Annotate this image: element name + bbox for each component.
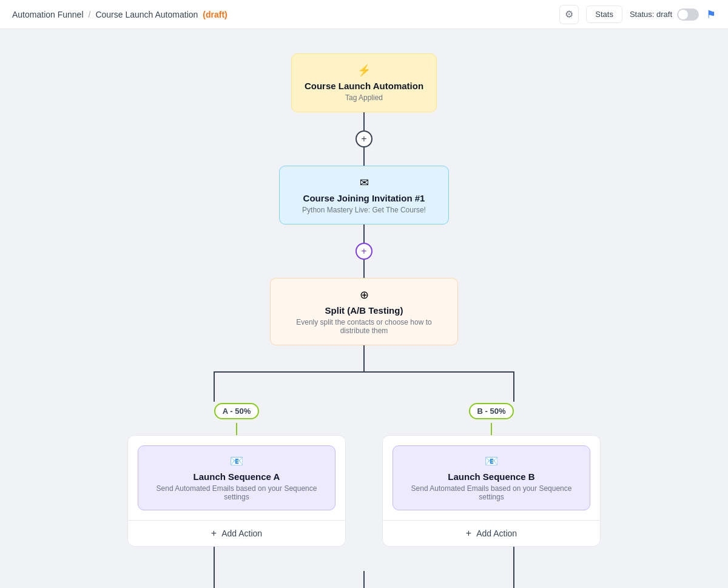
email-icon: ✉ — [292, 176, 436, 189]
add-action-a-label: Add Action — [221, 529, 262, 538]
sequence-a-icon: 📧 — [148, 455, 325, 468]
branch-a-card: 📧 Launch Sequence A Send Automated Email… — [127, 435, 346, 547]
split-left-down — [214, 371, 215, 402]
app-header: Automation Funnel / Course Launch Automa… — [0, 0, 728, 29]
branch-b-connector — [491, 423, 492, 435]
add-button-2[interactable]: + — [356, 243, 372, 260]
branch-a: A - 50% 📧 Launch Sequence A Send Automat… — [127, 403, 346, 547]
trigger-node[interactable]: ⚡ Course Launch Automation Tag Applied — [291, 53, 437, 112]
stats-button[interactable]: Stats — [586, 5, 622, 23]
connector-2 — [363, 147, 365, 166]
branch-a-label: A - 50% — [214, 403, 259, 419]
add-action-b-label: Add Action — [476, 529, 517, 538]
connector-3 — [363, 225, 365, 243]
branch-b-label: B - 50% — [469, 403, 514, 419]
branch-a-connector — [236, 423, 237, 435]
branch-a-inner: 📧 Launch Sequence A Send Automated Email… — [128, 436, 345, 520]
merge-center-down — [363, 571, 365, 588]
sequence-a-subtitle: Send Automated Emails based on your Sequ… — [148, 484, 325, 501]
page-title: Course Launch Automation — [95, 10, 198, 19]
automation-canvas: ⚡ Course Launch Automation Tag Applied +… — [0, 29, 728, 588]
settings-button[interactable]: ⚙ — [559, 5, 579, 24]
add-action-b-button[interactable]: + Add Action — [383, 520, 600, 546]
trigger-flow: ⚡ Course Launch Automation Tag Applied + — [291, 53, 437, 166]
split-flow: ⊕ Split (A/B Testing) Evenly split the c… — [270, 278, 458, 345]
branch-b: B - 50% 📧 Launch Sequence B Send Automat… — [382, 403, 601, 547]
status-label: Status: draft — [630, 10, 672, 19]
sequence-b-subtitle: Send Automated Emails based on your Sequ… — [403, 484, 580, 501]
status-area: Status: draft — [630, 8, 699, 21]
sequence-a-node[interactable]: 📧 Launch Sequence A Send Automated Email… — [138, 445, 335, 510]
split-center-line — [363, 345, 365, 373]
add-button-1[interactable]: + — [356, 130, 372, 147]
trigger-icon: ⚡ — [304, 64, 424, 77]
merge-left-line — [214, 547, 215, 588]
split-subtitle: Evenly split the contacts or choose how … — [283, 318, 445, 335]
split-h-connector — [100, 345, 628, 373]
sequence-a-title: Launch Sequence A — [148, 471, 325, 482]
breadcrumb: Automation Funnel / Course Launch Automa… — [12, 10, 228, 19]
connector-1 — [363, 112, 365, 130]
status-toggle[interactable] — [677, 8, 699, 21]
app-title[interactable]: Automation Funnel — [12, 10, 84, 19]
add-action-a-button[interactable]: + Add Action — [128, 520, 345, 546]
split-h-line — [214, 371, 514, 373]
merge-right-line — [513, 547, 514, 588]
branch-b-card: 📧 Launch Sequence B Send Automated Email… — [382, 435, 601, 547]
split-icon: ⊕ — [283, 288, 445, 302]
add-action-b-plus: + — [466, 528, 471, 539]
draft-label: (draft) — [203, 10, 227, 19]
split-right-down — [513, 371, 514, 402]
merge-connector — [100, 547, 628, 588]
breadcrumb-separator: / — [89, 10, 91, 19]
email-title: Course Joining Invitation #1 — [292, 193, 436, 203]
branches-container: A - 50% 📧 Launch Sequence A Send Automat… — [100, 403, 628, 547]
sequence-b-title: Launch Sequence B — [403, 471, 580, 482]
connector-4 — [363, 260, 365, 278]
branch-b-inner: 📧 Launch Sequence B Send Automated Email… — [383, 436, 600, 520]
sequence-b-node[interactable]: 📧 Launch Sequence B Send Automated Email… — [393, 445, 590, 510]
split-title: Split (A/B Testing) — [283, 305, 445, 316]
trigger-subtitle: Tag Applied — [304, 93, 424, 102]
email-subtitle: Python Mastery Live: Get The Course! — [292, 206, 436, 214]
flag-icon[interactable]: ⚑ — [706, 8, 716, 21]
gear-icon: ⚙ — [565, 8, 573, 20]
sequence-b-icon: 📧 — [403, 455, 580, 468]
email-flow: ✉ Course Joining Invitation #1 Python Ma… — [279, 166, 449, 278]
split-node[interactable]: ⊕ Split (A/B Testing) Evenly split the c… — [270, 278, 458, 345]
header-actions: ⚙ Stats Status: draft ⚑ — [559, 5, 716, 24]
add-action-a-plus: + — [211, 528, 217, 539]
email-node[interactable]: ✉ Course Joining Invitation #1 Python Ma… — [279, 166, 449, 225]
trigger-title: Course Launch Automation — [304, 81, 424, 91]
